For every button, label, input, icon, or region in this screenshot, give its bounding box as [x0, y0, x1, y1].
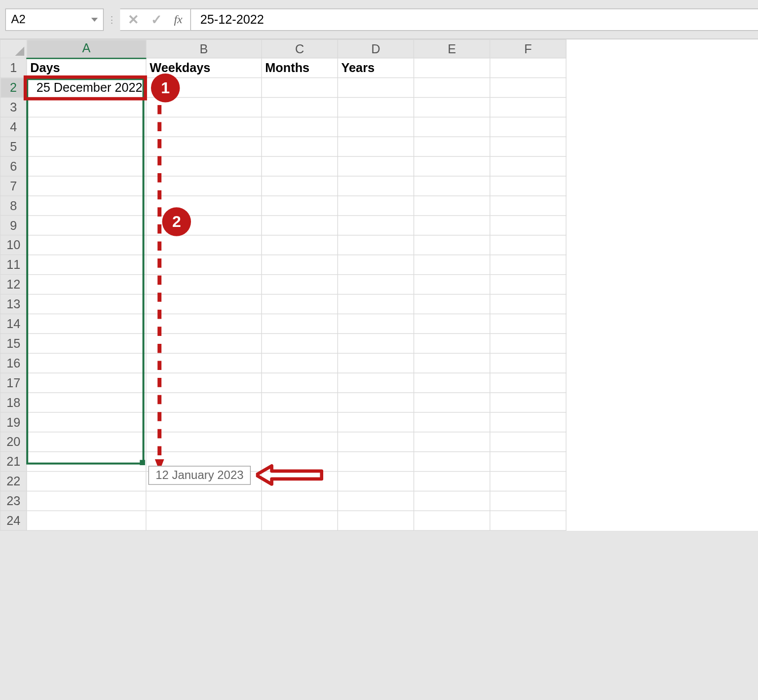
cell[interactable]	[414, 255, 490, 275]
drag-handle-icon[interactable]: ⋮	[107, 15, 116, 24]
cell[interactable]	[338, 314, 414, 333]
cell[interactable]	[414, 295, 490, 314]
cell[interactable]	[146, 511, 262, 530]
cell[interactable]	[146, 156, 262, 176]
cell[interactable]	[490, 137, 566, 156]
cell[interactable]	[27, 137, 146, 156]
cell[interactable]	[338, 156, 414, 176]
row-header[interactable]: 24	[0, 511, 27, 530]
cell[interactable]	[262, 137, 338, 156]
cell[interactable]	[414, 235, 490, 255]
col-header-F[interactable]: F	[490, 39, 566, 58]
cell[interactable]	[27, 176, 146, 196]
cell[interactable]	[27, 393, 146, 412]
cell[interactable]	[146, 314, 262, 333]
cell-F2[interactable]	[490, 78, 566, 98]
cell[interactable]	[338, 117, 414, 137]
cell[interactable]	[490, 216, 566, 235]
cell[interactable]	[146, 255, 262, 275]
cell[interactable]	[338, 98, 414, 117]
row-header[interactable]: 17	[0, 373, 27, 393]
cell[interactable]	[490, 452, 566, 472]
row-header[interactable]: 16	[0, 353, 27, 373]
cell[interactable]	[414, 412, 490, 432]
cell[interactable]	[414, 196, 490, 216]
cell[interactable]	[146, 196, 262, 216]
cell[interactable]	[490, 412, 566, 432]
enter-icon[interactable]: ✓	[151, 11, 162, 27]
col-header-D[interactable]: D	[338, 39, 414, 58]
cell[interactable]	[490, 117, 566, 137]
row-header[interactable]: 13	[0, 295, 27, 314]
dropdown-caret-icon[interactable]	[91, 17, 98, 21]
cell[interactable]	[146, 393, 262, 412]
cell[interactable]	[27, 491, 146, 511]
cell[interactable]	[262, 295, 338, 314]
cell[interactable]	[262, 412, 338, 432]
cell[interactable]	[490, 275, 566, 295]
cell[interactable]	[490, 511, 566, 530]
cell[interactable]	[414, 452, 490, 472]
cell[interactable]	[490, 255, 566, 275]
cell[interactable]	[262, 393, 338, 412]
cell[interactable]	[262, 176, 338, 196]
cell[interactable]	[338, 176, 414, 196]
cell[interactable]	[27, 117, 146, 137]
cell[interactable]	[27, 156, 146, 176]
row-header[interactable]: 7	[0, 176, 27, 196]
cell[interactable]	[338, 452, 414, 472]
cell[interactable]	[262, 333, 338, 353]
col-header-A[interactable]: A	[27, 39, 146, 58]
cell[interactable]	[146, 235, 262, 255]
cell[interactable]	[490, 98, 566, 117]
cell[interactable]	[338, 432, 414, 452]
cell[interactable]	[490, 373, 566, 393]
cell[interactable]	[338, 235, 414, 255]
cell[interactable]	[262, 196, 338, 216]
cell[interactable]	[338, 196, 414, 216]
cell[interactable]	[338, 216, 414, 235]
cell[interactable]	[146, 176, 262, 196]
cell[interactable]	[338, 255, 414, 275]
cell[interactable]	[262, 314, 338, 333]
cell[interactable]	[146, 295, 262, 314]
cancel-icon[interactable]: ✕	[128, 11, 139, 27]
row-header[interactable]: 2	[0, 78, 27, 98]
row-header[interactable]: 9	[0, 216, 27, 235]
cell[interactable]	[262, 432, 338, 452]
cell[interactable]	[338, 491, 414, 511]
cell[interactable]	[146, 432, 262, 452]
row-header[interactable]: 1	[0, 58, 27, 78]
cell[interactable]	[27, 412, 146, 432]
cell[interactable]	[338, 275, 414, 295]
cell[interactable]	[338, 295, 414, 314]
row-header[interactable]: 8	[0, 196, 27, 216]
cell-C2[interactable]	[262, 78, 338, 98]
cell[interactable]	[490, 235, 566, 255]
cell[interactable]	[262, 373, 338, 393]
cell[interactable]	[414, 314, 490, 333]
cell-A1[interactable]: Days	[27, 58, 146, 78]
cell[interactable]	[27, 472, 146, 491]
cell[interactable]	[490, 196, 566, 216]
cell[interactable]	[262, 216, 338, 235]
cell[interactable]	[262, 472, 338, 491]
cell[interactable]	[490, 176, 566, 196]
name-box[interactable]: A2	[5, 8, 104, 31]
cell[interactable]	[27, 452, 146, 472]
cell[interactable]	[146, 333, 262, 353]
cell[interactable]	[414, 98, 490, 117]
cell[interactable]	[414, 511, 490, 530]
cell-D1[interactable]: Years	[338, 58, 414, 78]
cell[interactable]	[27, 275, 146, 295]
cell[interactable]	[27, 196, 146, 216]
cell[interactable]	[27, 333, 146, 353]
cell[interactable]	[262, 511, 338, 530]
cell[interactable]	[27, 216, 146, 235]
cell[interactable]	[27, 314, 146, 333]
row-header[interactable]: 15	[0, 333, 27, 353]
cell[interactable]	[490, 314, 566, 333]
row-header[interactable]: 6	[0, 156, 27, 176]
cell[interactable]	[490, 472, 566, 491]
cell[interactable]	[27, 255, 146, 275]
